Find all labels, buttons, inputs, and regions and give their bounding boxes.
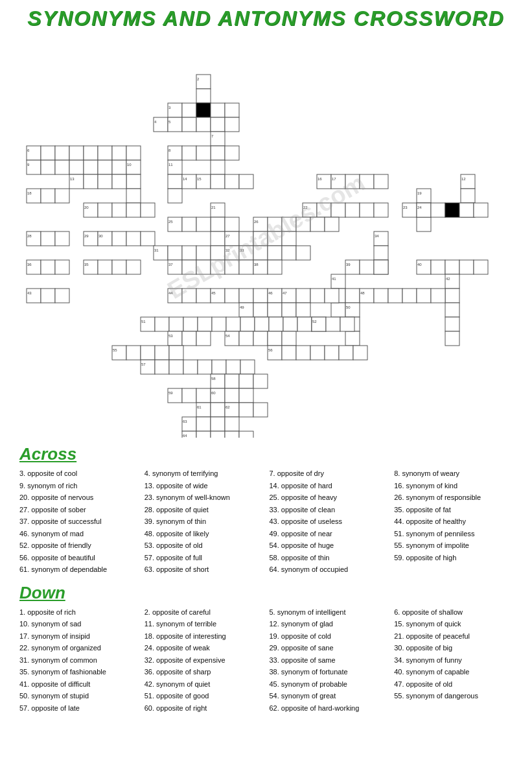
- svg-rect-85: [98, 203, 112, 217]
- down-clue-item: 57. opposite of late: [19, 703, 138, 714]
- down-clue-item: 42. synonym of quiet: [145, 679, 263, 690]
- svg-rect-256: [239, 331, 253, 346]
- svg-rect-235: [169, 317, 183, 331]
- svg-text:62: 62: [226, 405, 230, 409]
- across-clue-item: 28. opposite of quiet: [145, 504, 263, 515]
- svg-rect-78: [55, 189, 69, 203]
- svg-rect-201: [196, 289, 211, 303]
- svg-rect-157: [41, 260, 55, 274]
- svg-rect-269: [296, 346, 310, 360]
- across-clue-item: 25. opposite of heavy: [270, 492, 388, 503]
- svg-text:37: 37: [168, 263, 173, 266]
- down-clue-item: 34. synonym of funny: [394, 655, 513, 666]
- across-clue-item: 3. opposite of cool: [19, 468, 138, 479]
- down-clues-grid: 1. opposite of rich2. opposite of carefu…: [19, 607, 513, 714]
- svg-rect-194: [445, 289, 459, 303]
- down-clue-item: 24. opposite of weak: [145, 643, 263, 654]
- svg-text:20: 20: [84, 206, 89, 209]
- svg-rect-51: [168, 189, 182, 203]
- svg-rect-99: [374, 203, 388, 217]
- across-clue-item: 54. opposite of huge: [270, 540, 388, 551]
- svg-rect-77: [41, 189, 55, 203]
- svg-rect-129: [126, 231, 141, 246]
- svg-rect-200: [182, 289, 196, 303]
- svg-rect-277: [169, 360, 183, 374]
- svg-rect-213: [325, 289, 339, 303]
- across-clue-item: 52. opposite of friendly: [19, 540, 138, 551]
- across-clue-item: 9. synonym of rich: [19, 480, 138, 492]
- svg-text:40: 40: [417, 263, 422, 266]
- svg-rect-221: [431, 289, 445, 303]
- svg-text:19: 19: [417, 191, 422, 195]
- svg-rect-162: [112, 260, 126, 274]
- svg-rect-55: [98, 174, 112, 189]
- svg-rect-50: [168, 174, 182, 189]
- across-clue-item: 43. opposite of useless: [270, 516, 388, 527]
- svg-rect-24: [98, 146, 112, 160]
- svg-rect-69: [360, 174, 374, 189]
- svg-rect-167: [196, 260, 211, 274]
- svg-rect-136: [282, 231, 296, 246]
- svg-rect-264: [155, 346, 169, 360]
- svg-rect-313: [239, 431, 253, 438]
- svg-rect-46: [126, 174, 141, 189]
- crossword-svg: .cw-cell { fill: white; stroke: #555; st…: [14, 36, 519, 438]
- svg-text:26: 26: [254, 220, 259, 224]
- down-clue-item: 10. synonym of sad: [19, 619, 138, 630]
- svg-rect-306: [211, 417, 225, 431]
- svg-rect-128: [112, 231, 126, 246]
- svg-rect-31: [69, 160, 84, 174]
- svg-rect-54: [84, 174, 98, 189]
- svg-rect-270: [310, 346, 325, 360]
- across-clue-item: 8. synonym of weary: [394, 468, 513, 479]
- svg-text:14: 14: [183, 177, 187, 181]
- svg-rect-29: [41, 160, 55, 174]
- svg-rect-237: [198, 317, 212, 331]
- svg-rect-173: [268, 260, 282, 274]
- svg-rect-63: [239, 174, 253, 189]
- across-clue-item: 33. opposite of clean: [270, 504, 388, 515]
- down-clue-item: 36. opposite of sharp: [145, 667, 263, 678]
- svg-text:13: 13: [70, 177, 75, 181]
- across-clue-item: 39. synonym of thin: [145, 516, 263, 527]
- across-clue-item: 16. synonym of kind: [394, 480, 513, 492]
- svg-text:17: 17: [332, 177, 336, 181]
- down-clue-item: 5. synonym of intelligent: [270, 607, 388, 618]
- svg-rect-182: [459, 260, 474, 274]
- down-clue-item: 32. opposite of expensive: [145, 655, 263, 666]
- svg-rect-117: [296, 217, 310, 231]
- down-clue-item: 2. opposite of careful: [145, 607, 263, 618]
- svg-rect-298: [211, 403, 225, 417]
- svg-rect-307: [225, 417, 239, 431]
- svg-text:15: 15: [197, 177, 202, 181]
- down-clue-item: 21. opposite of peaceful: [394, 631, 513, 642]
- svg-rect-115: [268, 217, 282, 231]
- svg-rect-119: [325, 217, 339, 231]
- across-clue-item: 46. synonym of mad: [19, 528, 138, 539]
- svg-rect-218: [388, 289, 402, 303]
- svg-rect-82: [417, 217, 431, 231]
- svg-rect-142: [211, 246, 225, 260]
- svg-rect-212: [310, 289, 325, 303]
- svg-rect-169: [225, 260, 239, 274]
- down-clue-item: 12. synonym of glad: [270, 619, 388, 630]
- across-clue-item: 14. opposite of hard: [270, 480, 388, 492]
- svg-rect-280: [212, 360, 226, 374]
- svg-text:29: 29: [84, 234, 89, 238]
- svg-text:44: 44: [168, 291, 173, 295]
- svg-text:51: 51: [141, 320, 146, 324]
- svg-rect-211: [296, 289, 310, 303]
- svg-rect-161: [98, 260, 112, 274]
- svg-text:42: 42: [446, 277, 450, 281]
- svg-rect-238: [212, 317, 226, 331]
- svg-rect-91: [211, 217, 225, 231]
- across-clue-item: 7. opposite of dry: [270, 468, 388, 479]
- svg-rect-41: [182, 146, 196, 160]
- across-clue-item: 59. opposite of high: [394, 552, 513, 563]
- down-clue-item: 18. opposite of interesting: [145, 631, 263, 642]
- svg-rect-310: [196, 431, 211, 438]
- svg-rect-282: [240, 360, 255, 374]
- svg-rect-140: [182, 246, 196, 260]
- down-clue-item: 50. synonym of stupid: [19, 691, 138, 702]
- svg-rect-231: [345, 331, 360, 346]
